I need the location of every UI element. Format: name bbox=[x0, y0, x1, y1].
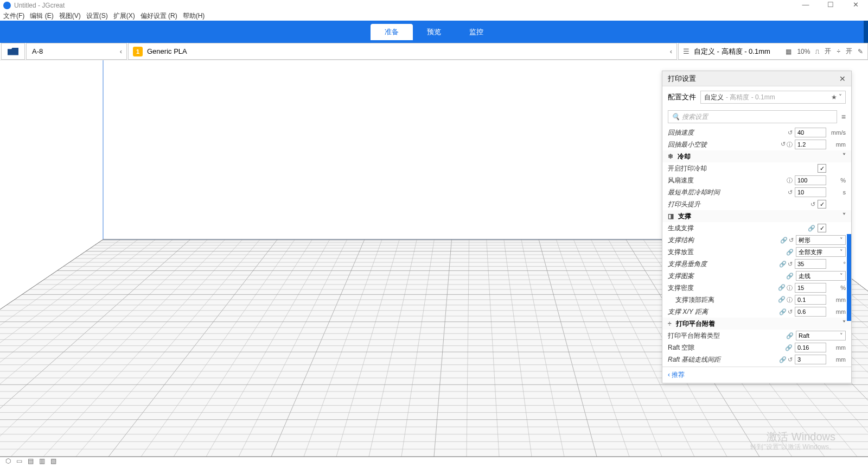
category-support[interactable]: ◨ 支撑 ˅ bbox=[662, 210, 851, 222]
menu-file[interactable]: 文件(F) bbox=[3, 11, 24, 21]
settings-search-input[interactable]: 🔍 搜索设置 bbox=[668, 110, 837, 123]
support-density-input[interactable]: 15 bbox=[795, 283, 826, 293]
reset-icon[interactable]: ↺ bbox=[781, 141, 786, 149]
setting-raft-gap: Raft 空隙 🔗 0.16 mm bbox=[662, 342, 851, 354]
recommended-button[interactable]: ‹ 推荐 bbox=[668, 371, 685, 378]
minimize-button[interactable]: — bbox=[793, 0, 818, 11]
link-icon[interactable]: 🔗 bbox=[780, 237, 788, 244]
link-icon[interactable]: 🔗 bbox=[808, 225, 815, 232]
setting-support-placement: 支撑放置 🔗 全部支撑˅ bbox=[662, 246, 851, 258]
search-icon: 🔍 bbox=[672, 113, 680, 121]
settings-scrollbar[interactable] bbox=[847, 234, 851, 321]
adhesion-type-select[interactable]: Raft˅ bbox=[796, 331, 846, 340]
fan-speed-input[interactable]: 100 bbox=[795, 175, 826, 185]
link-icon[interactable]: 🔗 bbox=[786, 249, 794, 256]
link-icon[interactable]: 🔗 bbox=[778, 296, 786, 304]
support-top-dist-input[interactable]: 0.1 bbox=[795, 295, 826, 305]
view-right-icon[interactable]: ▧ bbox=[50, 457, 56, 465]
panel-title: 打印设置 bbox=[668, 74, 696, 84]
reset-icon[interactable]: ↺ bbox=[788, 356, 793, 363]
info-icon[interactable]: ⓘ bbox=[787, 296, 793, 304]
support-structure-select[interactable]: 树形˅ bbox=[796, 235, 846, 245]
setting-head-lift: 打印头提升 ↺ ✓ bbox=[662, 198, 851, 210]
reset-icon[interactable]: ↺ bbox=[788, 189, 793, 196]
reset-icon[interactable]: ↺ bbox=[788, 261, 793, 268]
info-icon[interactable]: ⓘ bbox=[787, 176, 793, 185]
menu-edit[interactable]: 编辑 (E) bbox=[30, 11, 53, 21]
info-icon[interactable]: ⓘ bbox=[787, 141, 793, 149]
raft-line-gap-input[interactable]: 3 bbox=[795, 355, 826, 364]
view-front-icon[interactable]: ▭ bbox=[16, 457, 22, 465]
retract-min-input[interactable]: 1.2 bbox=[795, 140, 826, 149]
stage-prepare-tab[interactable]: 准备 bbox=[371, 24, 413, 40]
reset-icon[interactable]: ↺ bbox=[810, 201, 815, 208]
setting-support-density: 支撑密度 🔗ⓘ 15 % bbox=[662, 282, 851, 294]
support-xy-input[interactable]: 0.6 bbox=[795, 307, 826, 317]
maximize-button[interactable]: ☐ bbox=[818, 0, 843, 11]
menu-settings[interactable]: 设置(S) bbox=[86, 11, 108, 21]
profile-selector[interactable]: ☰ 自定义 - 高精度 - 0.1mm ▦ 10% ⎍ 开 ÷ 开 ✎ bbox=[678, 43, 868, 60]
extruder-badge-icon: 1 bbox=[133, 47, 143, 56]
link-icon[interactable]: 🔗 bbox=[785, 344, 793, 351]
chevron-down-icon: ˅ bbox=[843, 320, 846, 327]
setting-fan-speed: 风扇速度 ⓘ 100 % bbox=[662, 174, 851, 186]
adhesion-icon: ÷ bbox=[668, 320, 672, 327]
support-pattern-select[interactable]: 走线˅ bbox=[796, 271, 846, 281]
printer-name: A-8 bbox=[32, 47, 43, 55]
ribbon-scrollbar[interactable] bbox=[864, 21, 868, 43]
retract-speed-input[interactable]: 40 bbox=[795, 128, 826, 137]
link-icon[interactable]: 🔗 bbox=[779, 356, 787, 363]
support-icon: ◨ bbox=[668, 212, 674, 220]
menu-view[interactable]: 视图(V) bbox=[59, 11, 81, 21]
pencil-icon[interactable]: ✎ bbox=[858, 48, 863, 55]
cooling-enable-checkbox[interactable]: ✓ bbox=[818, 164, 826, 173]
printer-selector[interactable]: A-8 ‹ bbox=[26, 43, 127, 60]
view-top-icon[interactable]: ▤ bbox=[28, 457, 34, 465]
link-icon[interactable]: 🔗 bbox=[786, 273, 794, 280]
category-adhesion[interactable]: ÷ 打印平台附着 ˅ bbox=[662, 318, 851, 330]
reset-icon[interactable]: ↺ bbox=[788, 129, 793, 136]
reset-icon[interactable]: ↺ bbox=[788, 308, 793, 315]
window-title: Untitled - JGcreat bbox=[14, 2, 65, 9]
toolbar: A-8 ‹ 1 Generic PLA ‹ ☰ 自定义 - 高精度 - 0.1m… bbox=[0, 43, 868, 60]
profile-dropdown[interactable]: 自定义 - 高精度 - 0.1mm ★ ˅ bbox=[700, 91, 846, 104]
infill-icon: ▦ bbox=[786, 48, 792, 55]
panel-close-button[interactable]: ✕ bbox=[839, 74, 846, 83]
stage-preview-tab[interactable]: 预览 bbox=[413, 24, 455, 40]
adhesion-icon: ÷ bbox=[837, 48, 840, 55]
statusbar: ⬡ ▭ ▤ ▥ ▧ bbox=[5, 457, 56, 465]
snowflake-icon: ❄ bbox=[668, 153, 673, 160]
material-name: Generic PLA bbox=[147, 47, 187, 55]
settings-menu-button[interactable]: ≡ bbox=[841, 112, 846, 121]
info-icon[interactable]: ⓘ bbox=[787, 284, 793, 292]
category-cooling[interactable]: ❄ 冷却 ˅ bbox=[662, 150, 851, 162]
head-lift-checkbox[interactable]: ✓ bbox=[818, 200, 826, 209]
link-icon[interactable]: 🔗 bbox=[778, 284, 786, 292]
setting-gen-support: 生成支撑 🔗 ✓ bbox=[662, 222, 851, 234]
chevron-left-icon: ‹ bbox=[670, 47, 672, 55]
link-icon[interactable]: 🔗 bbox=[779, 261, 787, 268]
adhesion-value: 开 bbox=[846, 47, 852, 56]
link-icon[interactable]: 🔗 bbox=[786, 332, 794, 339]
gen-support-checkbox[interactable]: ✓ bbox=[818, 224, 826, 232]
overhang-input[interactable]: 35 bbox=[795, 259, 826, 269]
setting-min-layer-time: 最短单层冷却时间 ↺ 10 s bbox=[662, 186, 851, 198]
support-icon: ⎍ bbox=[815, 48, 819, 55]
raft-gap-input[interactable]: 0.16 bbox=[795, 343, 826, 352]
view-left-icon[interactable]: ▥ bbox=[39, 457, 45, 465]
menu-preferences[interactable]: 偏好设置 (R) bbox=[141, 11, 177, 21]
stage-monitor-tab[interactable]: 监控 bbox=[455, 24, 497, 40]
open-file-button[interactable] bbox=[1, 43, 25, 60]
min-layer-time-input[interactable]: 10 bbox=[795, 187, 826, 197]
link-icon[interactable]: 🔗 bbox=[779, 308, 787, 315]
view-3d-icon[interactable]: ⬡ bbox=[5, 457, 11, 465]
material-selector[interactable]: 1 Generic PLA ‹ bbox=[128, 43, 677, 60]
menu-extensions[interactable]: 扩展(X) bbox=[113, 11, 135, 21]
menu-help[interactable]: 帮助(H) bbox=[183, 11, 205, 21]
stage-ribbon: 准备 预览 监控 bbox=[0, 21, 868, 43]
close-button[interactable]: ✕ bbox=[843, 0, 868, 11]
support-value: 开 bbox=[825, 47, 831, 56]
support-placement-select[interactable]: 全部支撑˅ bbox=[796, 247, 846, 257]
reset-icon[interactable]: ↺ bbox=[789, 237, 794, 244]
app-logo-icon bbox=[3, 2, 11, 9]
